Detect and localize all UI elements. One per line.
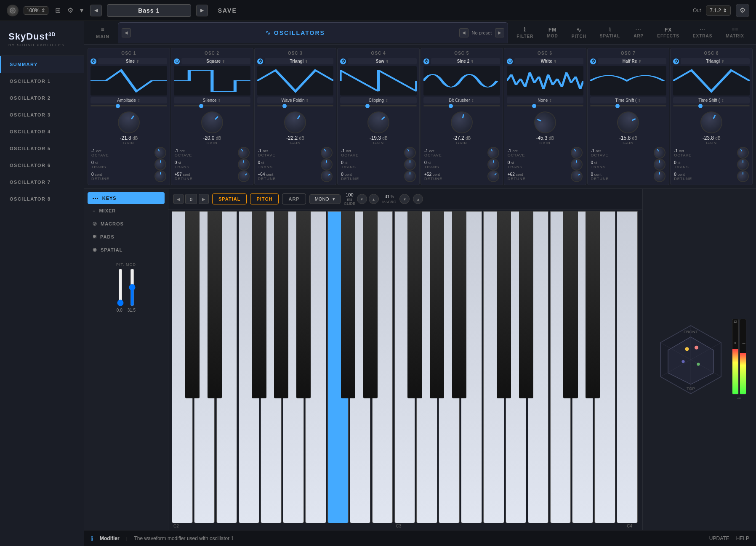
black-key-8[interactable] [430, 211, 444, 398]
sidebar-item-osc8[interactable]: OSCILLATOR 8 [0, 191, 84, 207]
black-key-9[interactable] [452, 211, 466, 398]
osc-trans-knob-6[interactable] [571, 159, 583, 170]
zoom-control[interactable]: 100% ⇕ [24, 6, 48, 15]
glide-down-btn[interactable]: ▾ [357, 194, 367, 204]
osc-wave-name-3[interactable]: Triangl ⇕ [265, 58, 334, 64]
osc-wave-name-7[interactable]: Half Re ⇕ [598, 58, 667, 64]
sidebar-item-osc5[interactable]: OSCILLATOR 5 [0, 140, 84, 157]
osc-preset-next[interactable]: ▶ [495, 28, 504, 37]
osc-gain-knob-3[interactable] [280, 107, 310, 138]
osc-modifier-1[interactable]: Amplitude ⇕ [91, 97, 167, 103]
osc-waveform-7[interactable] [590, 66, 667, 95]
osc-detune-knob-6[interactable] [568, 168, 585, 185]
page-prev-btn[interactable]: ◀ [173, 194, 184, 204]
osc-waveform-8[interactable] [673, 66, 750, 95]
tab-filter[interactable]: ⌇ FILTER [513, 25, 537, 40]
macro-down-btn[interactable]: ▾ [399, 194, 410, 204]
help-btn[interactable]: HELP [736, 535, 749, 541]
pit-slider-2-input[interactable] [128, 268, 136, 306]
osc-trans-knob-4[interactable] [404, 159, 416, 170]
global-settings-btn[interactable]: ⚙ [736, 4, 749, 17]
osc-power-2[interactable]: ⏻ [174, 58, 180, 64]
sidebar-item-osc7[interactable]: OSCILLATOR 7 [0, 174, 84, 191]
osc-trans-knob-3[interactable] [321, 159, 333, 170]
osc-gain-knob-5[interactable] [449, 109, 475, 135]
osc-gain-knob-1[interactable] [113, 107, 144, 138]
preset-next-btn[interactable]: ▶ [196, 5, 208, 16]
osc-trans-knob-1[interactable] [154, 159, 166, 170]
black-key-0[interactable] [185, 211, 200, 398]
sidebar-item-osc4[interactable]: OSCILLATOR 4 [0, 123, 84, 140]
osc-wave-name-2[interactable]: Square ⇕ [181, 58, 250, 64]
osc-detune-knob-8[interactable] [737, 170, 749, 182]
osc-power-7[interactable]: ⏻ [590, 58, 596, 64]
pit-slider-1-input[interactable] [116, 268, 125, 306]
osc-slider-6[interactable] [507, 105, 583, 106]
osc-wave-name-1[interactable]: Sine ⇕ [98, 58, 167, 64]
osc-waveform-6[interactable] [507, 66, 583, 95]
osc-wave-name-4[interactable]: Saw ⇕ [348, 58, 417, 64]
osc-gain-knob-7[interactable] [614, 108, 643, 137]
osc-slider-2[interactable] [174, 105, 250, 106]
sidebar-item-osc3[interactable]: OSCILLATOR 3 [0, 106, 84, 123]
sidebar-item-osc6[interactable]: OSCILLATOR 6 [0, 157, 84, 174]
black-key-3[interactable] [274, 211, 288, 398]
osc-slider-5[interactable] [423, 105, 500, 106]
tab-keys[interactable]: ▪▪▪ KEYS [88, 192, 165, 204]
tab-arp[interactable]: -·- ARP [630, 25, 647, 40]
tab-pads[interactable]: ⊞ PADS [88, 231, 165, 243]
tab-fm[interactable]: FM MOD [544, 25, 562, 40]
sidebar-item-osc1[interactable]: OSCILLATOR 1 [0, 73, 84, 90]
macro-up-btn[interactable]: ▴ [413, 194, 423, 204]
save-button[interactable]: SAVE [213, 5, 242, 16]
black-key-1[interactable] [208, 211, 222, 398]
black-key-11[interactable] [519, 211, 533, 398]
black-key-7[interactable] [407, 211, 422, 398]
osc-wave-name-6[interactable]: White ⇕ [514, 58, 583, 64]
sidebar-item-osc2[interactable]: OSCILLATOR 2 [0, 90, 84, 106]
osc-slider-8[interactable] [673, 105, 750, 106]
osc-trans-knob-7[interactable] [654, 159, 665, 170]
osc-waveform-2[interactable] [174, 66, 250, 95]
osc-power-4[interactable]: ⏻ [340, 58, 346, 64]
tab-matrix[interactable]: ≡≡ MATRIX [722, 25, 748, 40]
osc-detune-knob-7[interactable] [654, 170, 665, 182]
glide-up-btn[interactable]: ▴ [369, 194, 379, 204]
osc-slider-4[interactable] [340, 105, 417, 106]
osc-trans-knob-5[interactable] [487, 159, 499, 170]
osc-wave-name-5[interactable]: Sine 2 ⇕ [431, 58, 500, 64]
pitch-mode-btn[interactable]: PITCH [250, 193, 279, 204]
osc-gain-knob-6[interactable] [531, 108, 559, 136]
osc-modifier-3[interactable]: Wave Foldin ⇕ [257, 97, 334, 103]
osc-detune-knob-3[interactable] [319, 168, 335, 185]
black-key-6[interactable] [363, 211, 378, 398]
osc-preset-prev2[interactable]: ◀ [459, 28, 469, 37]
black-key-13[interactable] [586, 211, 600, 398]
osc-waveform-1[interactable] [91, 66, 167, 95]
tab-effects[interactable]: FX EFFECTS [654, 25, 683, 40]
grid-icon[interactable]: ⊞ [53, 5, 62, 16]
tab-extras[interactable]: ··· EXTRAS [689, 25, 716, 40]
update-btn[interactable]: UPDATE [709, 535, 729, 541]
tab-macros[interactable]: ◎ MACROS [88, 217, 165, 230]
osc-modifier-7[interactable]: Time Shift ( ⇕ [590, 97, 667, 103]
osc-slider-3[interactable] [257, 105, 334, 106]
osc-modifier-4[interactable]: Clipping ⇕ [340, 97, 417, 103]
osc-power-6[interactable]: ⏻ [507, 58, 513, 64]
tab-spatial-bottom[interactable]: ◉ SPATIAL [88, 244, 165, 256]
black-key-12[interactable] [563, 211, 578, 398]
osc-waveform-3[interactable] [257, 66, 334, 95]
osc-gain-knob-4[interactable] [363, 107, 394, 138]
tab-spatial[interactable]: ⌇ SPATIAL [596, 25, 623, 40]
black-key-10[interactable] [497, 211, 511, 398]
osc-trans-knob-8[interactable] [737, 159, 749, 170]
black-key-5[interactable] [341, 211, 355, 398]
osc-power-5[interactable]: ⏻ [423, 58, 429, 64]
osc-trans-knob-2[interactable] [238, 159, 250, 170]
osc-wave-name-8[interactable]: Triangl ⇕ [681, 58, 750, 64]
osc-slider-1[interactable] [91, 105, 167, 106]
tab-mixer[interactable]: ≡ MIXER [88, 205, 165, 217]
preset-prev-btn[interactable]: ◀ [90, 5, 102, 16]
osc-gain-knob-2[interactable] [197, 107, 228, 138]
osc-waveform-4[interactable] [340, 66, 417, 95]
